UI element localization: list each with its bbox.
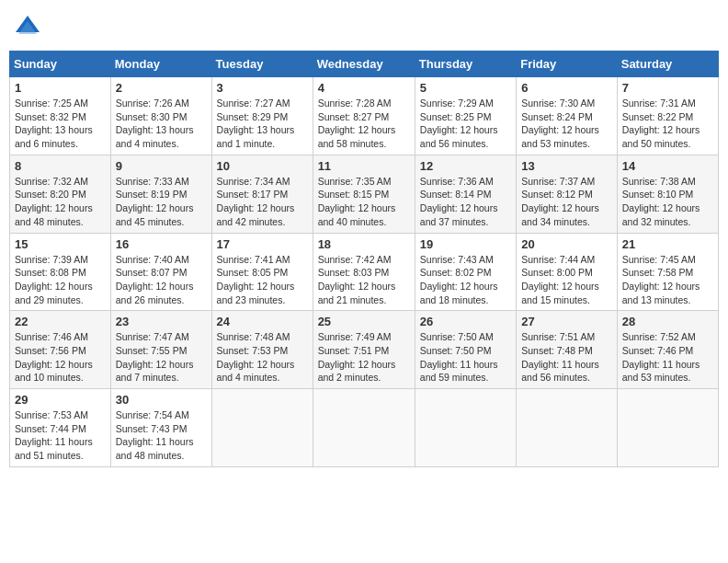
- calendar-cell: [211, 389, 313, 467]
- calendar-table: SundayMondayTuesdayWednesdayThursdayFrid…: [9, 51, 719, 467]
- calendar-cell: 7Sunrise: 7:31 AMSunset: 8:22 PMDaylight…: [617, 77, 718, 155]
- calendar-cell: 21Sunrise: 7:45 AMSunset: 7:58 PMDayligh…: [617, 233, 718, 311]
- calendar-week-row: 15Sunrise: 7:39 AMSunset: 8:08 PMDayligh…: [10, 233, 719, 311]
- calendar-cell: 30Sunrise: 7:54 AMSunset: 7:43 PMDayligh…: [110, 389, 211, 467]
- day-number: 18: [318, 237, 410, 251]
- day-info: Sunrise: 7:47 AMSunset: 7:55 PMDaylight:…: [116, 330, 207, 385]
- day-number: 22: [15, 315, 106, 328]
- calendar-cell: 17Sunrise: 7:41 AMSunset: 8:05 PMDayligh…: [211, 233, 313, 311]
- day-number: 20: [521, 237, 612, 251]
- header-saturday: Saturday: [617, 52, 718, 77]
- day-info: Sunrise: 7:41 AMSunset: 8:05 PMDaylight:…: [217, 253, 308, 307]
- header-friday: Friday: [517, 52, 618, 77]
- calendar-cell: 14Sunrise: 7:38 AMSunset: 8:10 PMDayligh…: [617, 155, 718, 233]
- day-info: Sunrise: 7:45 AMSunset: 7:58 PMDaylight:…: [622, 253, 713, 307]
- day-info: Sunrise: 7:35 AMSunset: 8:15 PMDaylight:…: [318, 175, 410, 229]
- calendar-cell: 8Sunrise: 7:32 AMSunset: 8:20 PMDaylight…: [10, 155, 111, 233]
- day-info: Sunrise: 7:43 AMSunset: 8:02 PMDaylight:…: [420, 253, 511, 307]
- day-info: Sunrise: 7:54 AMSunset: 7:43 PMDaylight:…: [116, 408, 207, 463]
- calendar-cell: 29Sunrise: 7:53 AMSunset: 7:44 PMDayligh…: [10, 389, 111, 467]
- day-number: 9: [116, 159, 207, 173]
- calendar-cell: 18Sunrise: 7:42 AMSunset: 8:03 PMDayligh…: [313, 233, 415, 311]
- day-number: 30: [116, 393, 207, 407]
- day-number: 2: [116, 81, 207, 95]
- day-info: Sunrise: 7:27 AMSunset: 8:29 PMDaylight:…: [217, 97, 308, 151]
- day-number: 4: [318, 81, 410, 95]
- day-info: Sunrise: 7:32 AMSunset: 8:20 PMDaylight:…: [15, 175, 106, 229]
- day-info: Sunrise: 7:48 AMSunset: 7:53 PMDaylight:…: [217, 330, 308, 385]
- page-header: [9, 9, 719, 41]
- day-info: Sunrise: 7:53 AMSunset: 7:44 PMDaylight:…: [15, 408, 106, 463]
- day-info: Sunrise: 7:34 AMSunset: 8:17 PMDaylight:…: [217, 175, 308, 229]
- day-info: Sunrise: 7:33 AMSunset: 8:19 PMDaylight:…: [116, 175, 207, 229]
- header-thursday: Thursday: [415, 52, 516, 77]
- day-number: 29: [15, 393, 106, 407]
- day-number: 28: [622, 315, 713, 328]
- calendar-cell: 10Sunrise: 7:34 AMSunset: 8:17 PMDayligh…: [211, 155, 313, 233]
- day-number: 7: [622, 81, 713, 95]
- day-info: Sunrise: 7:25 AMSunset: 8:32 PMDaylight:…: [15, 97, 106, 151]
- day-number: 25: [318, 315, 410, 328]
- calendar-week-row: 29Sunrise: 7:53 AMSunset: 7:44 PMDayligh…: [10, 389, 719, 467]
- day-info: Sunrise: 7:49 AMSunset: 7:51 PMDaylight:…: [318, 330, 410, 385]
- day-number: 27: [521, 315, 612, 328]
- calendar-cell: [415, 389, 516, 467]
- calendar-cell: [617, 389, 718, 467]
- calendar-cell: 24Sunrise: 7:48 AMSunset: 7:53 PMDayligh…: [211, 311, 313, 389]
- day-info: Sunrise: 7:31 AMSunset: 8:22 PMDaylight:…: [622, 97, 713, 151]
- day-number: 1: [15, 81, 106, 95]
- day-info: Sunrise: 7:38 AMSunset: 8:10 PMDaylight:…: [622, 175, 713, 229]
- day-info: Sunrise: 7:44 AMSunset: 8:00 PMDaylight:…: [521, 253, 612, 307]
- day-number: 14: [622, 159, 713, 173]
- day-info: Sunrise: 7:30 AMSunset: 8:24 PMDaylight:…: [521, 97, 612, 151]
- calendar-cell: 1Sunrise: 7:25 AMSunset: 8:32 PMDaylight…: [10, 77, 111, 155]
- day-number: 10: [217, 159, 308, 173]
- day-number: 5: [420, 81, 511, 95]
- calendar-cell: 15Sunrise: 7:39 AMSunset: 8:08 PMDayligh…: [10, 233, 111, 311]
- day-number: 23: [116, 315, 207, 328]
- day-number: 16: [116, 237, 207, 251]
- day-info: Sunrise: 7:46 AMSunset: 7:56 PMDaylight:…: [15, 330, 106, 385]
- logo-icon: [14, 14, 41, 41]
- calendar-cell: [313, 389, 415, 467]
- day-info: Sunrise: 7:36 AMSunset: 8:14 PMDaylight:…: [420, 175, 511, 229]
- header-monday: Monday: [110, 52, 211, 77]
- calendar-week-row: 8Sunrise: 7:32 AMSunset: 8:20 PMDaylight…: [10, 155, 719, 233]
- calendar-cell: 27Sunrise: 7:51 AMSunset: 7:48 PMDayligh…: [517, 311, 618, 389]
- day-number: 11: [318, 159, 410, 173]
- calendar-cell: 20Sunrise: 7:44 AMSunset: 8:00 PMDayligh…: [517, 233, 618, 311]
- calendar-cell: 28Sunrise: 7:52 AMSunset: 7:46 PMDayligh…: [617, 311, 718, 389]
- day-info: Sunrise: 7:37 AMSunset: 8:12 PMDaylight:…: [521, 175, 612, 229]
- day-info: Sunrise: 7:52 AMSunset: 7:46 PMDaylight:…: [622, 330, 713, 385]
- calendar-cell: 9Sunrise: 7:33 AMSunset: 8:19 PMDaylight…: [110, 155, 211, 233]
- calendar-cell: 5Sunrise: 7:29 AMSunset: 8:25 PMDaylight…: [415, 77, 516, 155]
- calendar-cell: 12Sunrise: 7:36 AMSunset: 8:14 PMDayligh…: [415, 155, 516, 233]
- calendar-cell: 26Sunrise: 7:50 AMSunset: 7:50 PMDayligh…: [415, 311, 516, 389]
- header-wednesday: Wednesday: [313, 52, 415, 77]
- header-tuesday: Tuesday: [211, 52, 313, 77]
- header-sunday: Sunday: [10, 52, 111, 77]
- day-info: Sunrise: 7:26 AMSunset: 8:30 PMDaylight:…: [116, 97, 207, 151]
- day-info: Sunrise: 7:29 AMSunset: 8:25 PMDaylight:…: [420, 97, 511, 151]
- day-info: Sunrise: 7:42 AMSunset: 8:03 PMDaylight:…: [318, 253, 410, 307]
- day-number: 24: [217, 315, 308, 328]
- day-number: 19: [420, 237, 511, 251]
- logo: [14, 14, 45, 41]
- calendar-cell: 2Sunrise: 7:26 AMSunset: 8:30 PMDaylight…: [110, 77, 211, 155]
- day-info: Sunrise: 7:39 AMSunset: 8:08 PMDaylight:…: [15, 253, 106, 307]
- calendar-cell: 6Sunrise: 7:30 AMSunset: 8:24 PMDaylight…: [517, 77, 618, 155]
- day-info: Sunrise: 7:28 AMSunset: 8:27 PMDaylight:…: [318, 97, 410, 151]
- day-number: 13: [521, 159, 612, 173]
- calendar-cell: [517, 389, 618, 467]
- day-number: 6: [521, 81, 612, 95]
- calendar-cell: 23Sunrise: 7:47 AMSunset: 7:55 PMDayligh…: [110, 311, 211, 389]
- day-number: 21: [622, 237, 713, 251]
- calendar-cell: 19Sunrise: 7:43 AMSunset: 8:02 PMDayligh…: [415, 233, 516, 311]
- calendar-cell: 22Sunrise: 7:46 AMSunset: 7:56 PMDayligh…: [10, 311, 111, 389]
- day-number: 26: [420, 315, 511, 328]
- day-number: 15: [15, 237, 106, 251]
- calendar-cell: 4Sunrise: 7:28 AMSunset: 8:27 PMDaylight…: [313, 77, 415, 155]
- calendar-cell: 3Sunrise: 7:27 AMSunset: 8:29 PMDaylight…: [211, 77, 313, 155]
- day-number: 12: [420, 159, 511, 173]
- calendar-cell: 11Sunrise: 7:35 AMSunset: 8:15 PMDayligh…: [313, 155, 415, 233]
